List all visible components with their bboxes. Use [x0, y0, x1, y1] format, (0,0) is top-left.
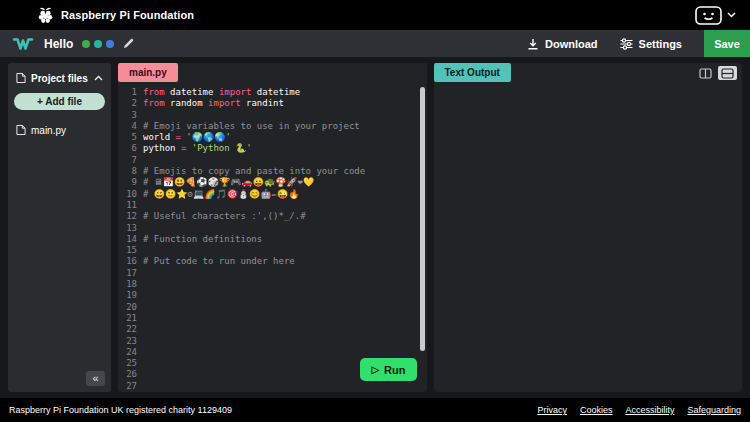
layout-toggle-group [696, 66, 737, 80]
code-line[interactable]: from datetime import datetime [143, 87, 427, 98]
code-line[interactable] [143, 290, 427, 301]
brand-title: Raspberry Pi Foundation [61, 9, 194, 21]
download-label: Download [545, 38, 598, 50]
line-number: 25 [118, 358, 137, 369]
line-number: 10 [118, 189, 137, 200]
play-icon: ▷ [371, 364, 379, 375]
code-line[interactable]: # Emoji variables to use in your project [143, 121, 427, 132]
pencil-icon [123, 38, 134, 49]
line-number: 11 [118, 200, 137, 211]
code-line[interactable] [143, 347, 427, 358]
code-line[interactable] [143, 200, 427, 211]
collapse-sidebar-button[interactable]: « [86, 371, 105, 386]
editor-tabbar: main.py [118, 63, 427, 82]
edit-project-name-button[interactable] [123, 38, 134, 49]
code-line[interactable] [143, 313, 427, 324]
footer-link-privacy[interactable]: Privacy [537, 405, 567, 415]
line-number: 24 [118, 347, 137, 358]
add-file-button[interactable]: + Add file [14, 93, 105, 110]
globe-emoji-icon [82, 40, 90, 48]
code-line[interactable] [143, 110, 427, 121]
code-line[interactable]: # Useful characters :',()*_/.# [143, 211, 427, 222]
tab-text-output[interactable]: Text Output [434, 63, 511, 82]
code-line[interactable]: python = 'Python 🐍' [143, 143, 427, 154]
code-line[interactable] [143, 245, 427, 256]
file-panel: Project files + Add file main.py « [8, 63, 111, 392]
avatar-face-icon [695, 6, 722, 25]
footer-link-safeguarding[interactable]: Safeguarding [687, 405, 741, 415]
line-number: 27 [118, 381, 137, 392]
chevron-down-icon [727, 12, 736, 18]
raspberry-pi-logo-icon [38, 6, 53, 24]
code-line[interactable] [143, 302, 427, 313]
globe-emoji-icon [106, 40, 114, 48]
code-editor-logo-icon [12, 35, 34, 52]
code-line[interactable]: # 😀🙂⭐⚙💻🌈🎵🎯⛄😊🤖✏😜🔥 [143, 189, 427, 200]
project-header: Hello Download Settings Save [0, 30, 750, 57]
line-number: 7 [118, 155, 137, 166]
line-number: 23 [118, 336, 137, 347]
line-number: 9 [118, 177, 137, 188]
code-line[interactable]: # Emojis to copy and paste into your cod… [143, 166, 427, 177]
code-lines[interactable]: from datetime import datetimefrom random… [143, 87, 427, 392]
globe-emoji-icon [94, 40, 102, 48]
save-button[interactable]: Save [704, 30, 750, 57]
split-rows-icon [721, 68, 734, 79]
code-line[interactable] [143, 381, 427, 392]
line-number: 22 [118, 324, 137, 335]
line-number: 20 [118, 302, 137, 313]
split-columns-icon [699, 68, 712, 79]
line-number: 2 [118, 98, 137, 109]
code-line[interactable]: # 🖥📅😃🍕⚽🎲🏆🎮🚗😛🐢🍄🚀❤💛 [143, 177, 427, 188]
code-line[interactable]: from random import randint [143, 98, 427, 109]
code-line[interactable] [143, 223, 427, 234]
app: { "topbar": { "brand": "Raspberry Pi Fou… [0, 0, 750, 422]
code-line[interactable] [143, 155, 427, 166]
code-line[interactable] [143, 279, 427, 290]
line-number: 5 [118, 132, 137, 143]
line-number: 19 [118, 290, 137, 301]
download-button[interactable]: Download [527, 38, 598, 50]
code-line[interactable] [143, 324, 427, 335]
code-line[interactable]: # Function definitions [143, 234, 427, 245]
run-button[interactable]: ▷ Run [360, 358, 416, 381]
line-number: 12 [118, 211, 137, 222]
line-number: 8 [118, 166, 137, 177]
charity-text: Raspberry Pi Foundation UK registered ch… [9, 405, 232, 415]
footer-links: Privacy Cookies Accessibility Safeguardi… [537, 405, 741, 415]
tab-main-py[interactable]: main.py [118, 63, 178, 82]
line-number: 17 [118, 268, 137, 279]
project-title: Hello [44, 37, 73, 51]
footer-link-accessibility[interactable]: Accessibility [625, 405, 674, 415]
code-line[interactable] [143, 336, 427, 347]
project-files-title: Project files [31, 73, 88, 84]
editor-scrollbar[interactable] [420, 87, 425, 351]
project-title-globe-emojis [82, 40, 114, 48]
settings-button[interactable]: Settings [620, 38, 682, 50]
file-icon [16, 124, 26, 136]
line-number: 14 [118, 234, 137, 245]
line-number: 21 [118, 313, 137, 324]
code-line[interactable]: # Put code to run under here [143, 256, 427, 267]
line-number: 15 [118, 245, 137, 256]
line-number: 26 [118, 369, 137, 380]
project-files-header[interactable]: Project files [14, 72, 105, 84]
line-number: 4 [118, 121, 137, 132]
line-number: 3 [118, 110, 137, 121]
line-number: 18 [118, 279, 137, 290]
footer-link-cookies[interactable]: Cookies [580, 405, 613, 415]
run-label: Run [384, 364, 405, 376]
folder-file-icon [16, 72, 26, 84]
chevron-up-icon [94, 75, 103, 81]
code-area[interactable]: 1234567891011121314151617181920212223242… [118, 82, 427, 392]
line-number: 6 [118, 143, 137, 154]
line-number: 16 [118, 256, 137, 267]
account-menu-button[interactable] [695, 6, 722, 25]
footer: Raspberry Pi Foundation UK registered ch… [0, 398, 750, 422]
file-item[interactable]: main.py [14, 124, 105, 136]
layout-rows-button[interactable] [718, 66, 737, 80]
code-line[interactable] [143, 268, 427, 279]
editor-panel: main.py 12345678910111213141516171819202… [118, 63, 427, 392]
layout-columns-button[interactable] [696, 66, 715, 80]
code-line[interactable]: world = '🌍🌎🌏' [143, 132, 427, 143]
